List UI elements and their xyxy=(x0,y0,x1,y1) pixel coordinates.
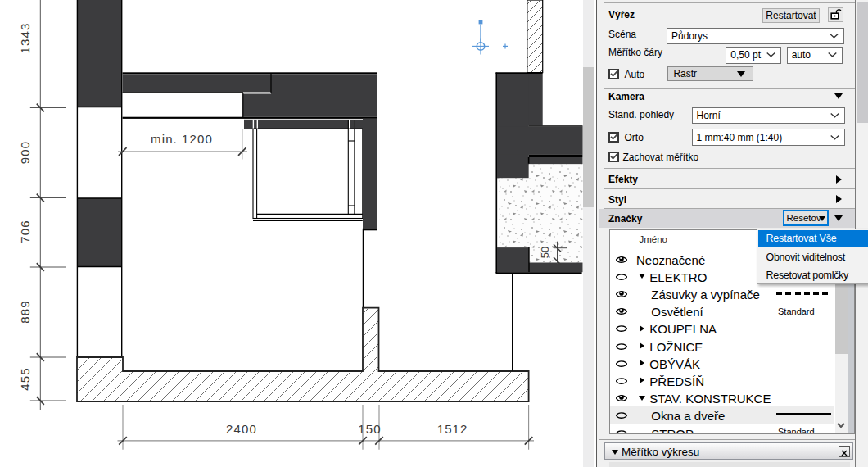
svg-text:min. 1200: min. 1200 xyxy=(151,132,213,146)
svg-text:900: 900 xyxy=(18,141,32,164)
svg-text:2400: 2400 xyxy=(226,422,257,436)
svg-text:706: 706 xyxy=(18,220,32,243)
svg-text:455: 455 xyxy=(18,367,32,390)
svg-text:1512: 1512 xyxy=(437,422,468,436)
svg-text:889: 889 xyxy=(18,300,32,323)
svg-text:50: 50 xyxy=(539,247,551,258)
svg-text:150: 150 xyxy=(358,422,381,436)
svg-text:1343: 1343 xyxy=(18,23,32,54)
